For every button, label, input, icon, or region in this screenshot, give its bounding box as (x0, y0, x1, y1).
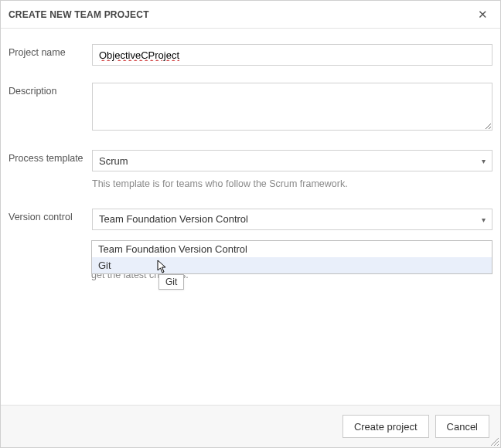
chevron-down-icon: ▾ (482, 215, 486, 223)
row-description: Description (9, 83, 492, 133)
label-description: Description (9, 83, 92, 97)
chevron-down-icon: ▾ (482, 157, 486, 165)
vc-option-tfvc[interactable]: Team Foundation Version Control (92, 241, 492, 257)
label-project-name: Project name (9, 44, 92, 58)
svg-line-2 (497, 444, 499, 446)
create-project-button[interactable]: Create project (343, 415, 429, 438)
close-icon[interactable]: ✕ (475, 7, 491, 22)
description-textarea[interactable] (92, 83, 492, 131)
cancel-button[interactable]: Cancel (435, 415, 489, 438)
tooltip-git: Git (158, 274, 184, 290)
process-template-hint: This template is for teams who follow th… (92, 178, 492, 192)
version-control-select[interactable]: Team Foundation Version Control ▾ (92, 209, 492, 230)
label-version-control: Version control (9, 209, 92, 222)
vc-option-git[interactable]: Git (92, 257, 492, 273)
row-process-template: Process template Scrum ▾ This template i… (9, 150, 492, 192)
dialog-title: CREATE NEW TEAM PROJECT (9, 9, 149, 20)
row-version-control: Version control Team Foundation Version … (9, 209, 492, 230)
dialog-footer: Create project Cancel (1, 405, 500, 447)
row-project-name: Project name (9, 44, 492, 66)
label-process-template: Process template (9, 150, 92, 164)
resize-grip-icon[interactable] (489, 436, 499, 446)
dialog-body: Project name Description Process templat… (1, 29, 500, 405)
version-control-selected: Team Foundation Version Control (99, 213, 248, 225)
create-team-project-dialog: CREATE NEW TEAM PROJECT ✕ Project name D… (0, 0, 501, 448)
process-template-select[interactable]: Scrum ▾ (92, 150, 492, 171)
version-control-dropdown: Team Foundation Version Control Git (91, 240, 492, 274)
process-template-selected: Scrum (99, 155, 128, 167)
project-name-input[interactable] (92, 44, 492, 66)
dialog-header: CREATE NEW TEAM PROJECT ✕ (1, 1, 500, 29)
